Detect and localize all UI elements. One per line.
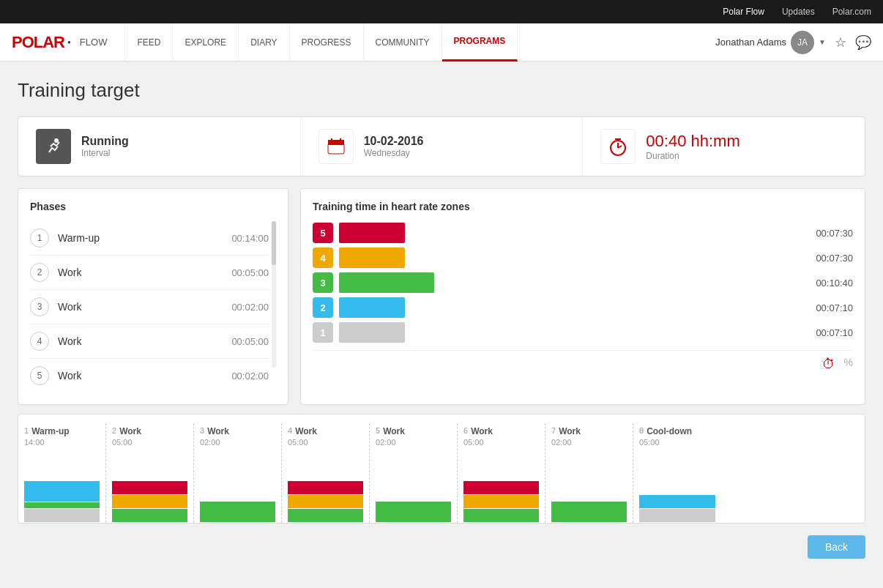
date-sub: Wednesday (364, 148, 424, 158)
seg-time: 02:00 (376, 438, 451, 447)
date-info: 10-02-2016 Wednesday (364, 135, 424, 158)
zone-block (639, 495, 715, 508)
hr-zone-row: 1 00:07:10 (313, 322, 853, 343)
svg-rect-6 (328, 140, 344, 145)
activity-icon (36, 129, 71, 164)
avatar: JA (791, 31, 814, 54)
phases-list-container: 1 Warm-up 00:14:00 2 Work 00:05:00 3 Wor… (30, 221, 276, 392)
seg-num: 1 (24, 426, 29, 436)
timer-icon (600, 129, 636, 164)
star-icon[interactable]: ☆ (835, 34, 846, 51)
seg-num: 8 (639, 426, 644, 436)
zone-time: 00:07:30 (802, 253, 853, 264)
phase-name: Work (58, 301, 223, 313)
zone-bar (339, 248, 405, 268)
timeline-segment: 2 Work 05:00 (106, 423, 194, 523)
nav-community[interactable]: COMMUNITY (364, 23, 442, 62)
zone-time: 00:10:40 (802, 278, 853, 289)
hr-zone-row: 3 00:10:40 (313, 272, 853, 293)
seg-name: Warm-up (31, 426, 70, 436)
zone-block (288, 495, 363, 508)
activity-sub: Interval (81, 148, 129, 158)
seg-num: 4 (288, 426, 292, 436)
zone-time: 00:07:30 (802, 228, 853, 239)
phase-number: 5 (30, 366, 49, 385)
timeline-segment: 5 Work 02:00 (370, 423, 458, 523)
seg-header: 2 Work (112, 426, 187, 436)
logo[interactable]: POLAR ● FLOW (12, 33, 107, 52)
nav-programs[interactable]: PROGRAMS (442, 23, 518, 62)
logo-separator: ● (67, 39, 71, 45)
zone-block (376, 502, 451, 522)
phase-number: 3 (30, 297, 49, 316)
info-card: Running Interval 10-02-2016 Wednesday (18, 116, 865, 176)
zone-bar (339, 272, 434, 293)
zone-bar-container (339, 297, 796, 318)
back-button[interactable]: Back (808, 535, 865, 559)
duration-section: 00:40 hh:mm Duration (583, 117, 865, 176)
polar-com-link[interactable]: Polar.com (832, 7, 871, 17)
zone-bar-container (339, 272, 796, 293)
zone-block (463, 509, 539, 522)
nav-feed[interactable]: FEED (124, 23, 173, 62)
seg-bars (463, 450, 539, 523)
timeline-segment: 6 Work 05:00 (458, 423, 545, 523)
svg-point-0 (54, 138, 59, 143)
zone-badge: 2 (313, 297, 333, 318)
nav-progress[interactable]: PROGRESS (290, 23, 364, 62)
phase-row: 2 Work 00:05:00 (30, 256, 269, 290)
duration-sub: Duration (646, 151, 739, 161)
seg-header: 8 Cool-down (639, 426, 715, 436)
zone-block (200, 502, 275, 522)
phase-time: 00:05:00 (231, 267, 269, 278)
seg-num: 2 (112, 426, 116, 436)
zone-badge: 4 (313, 248, 333, 268)
seg-bars (24, 450, 100, 523)
activity-name: Running (81, 135, 129, 148)
zone-bar (339, 223, 405, 243)
clock-toggle[interactable]: ⏱ (822, 357, 835, 372)
percent-toggle[interactable]: % (844, 357, 853, 372)
zone-bar-container (339, 223, 796, 243)
zone-bar (339, 322, 405, 343)
nav-diary[interactable]: DIARY (239, 23, 289, 62)
polar-flow-link[interactable]: Polar Flow (723, 7, 764, 17)
seg-name: Work (119, 426, 141, 436)
seg-name: Work (471, 426, 493, 436)
phase-row: 5 Work 00:02:00 (30, 359, 269, 392)
user-name: Jonathan Adams (715, 37, 786, 48)
seg-num: 5 (376, 426, 380, 436)
seg-header: 7 Work (551, 426, 627, 436)
content-row: Phases 1 Warm-up 00:14:00 2 Work 00:05:0… (18, 188, 865, 405)
phase-name: Work (58, 335, 223, 347)
seg-name: Cool-down (647, 426, 692, 436)
chevron-down-icon[interactable]: ▼ (819, 38, 826, 46)
date-section: 10-02-2016 Wednesday (301, 117, 584, 176)
zone-bar-container (339, 248, 796, 268)
phase-number: 4 (30, 332, 49, 351)
zone-block (112, 481, 187, 494)
hr-zone-row: 2 00:07:10 (313, 297, 853, 318)
flow-label: FLOW (80, 37, 108, 48)
seg-bars (200, 450, 275, 523)
zone-time: 00:07:10 (802, 302, 853, 313)
seg-num: 7 (551, 426, 556, 436)
phase-name: Work (58, 267, 223, 278)
seg-time: 05:00 (288, 438, 363, 447)
seg-name: Work (559, 426, 581, 436)
nav-right: Jonathan Adams JA ▼ ☆ 💬 (715, 31, 871, 54)
updates-link[interactable]: Updates (782, 7, 815, 17)
chat-icon[interactable]: 💬 (855, 34, 871, 51)
user-info: Jonathan Adams JA ▼ (715, 31, 826, 54)
seg-name: Work (383, 426, 405, 436)
seg-time: 05:00 (639, 438, 715, 447)
timeline-segment: 7 Work 02:00 (545, 423, 633, 523)
phase-time: 00:05:00 (231, 336, 269, 347)
seg-bars (112, 450, 187, 523)
seg-num: 6 (463, 426, 468, 436)
seg-time: 02:00 (200, 438, 275, 447)
zone-block (24, 502, 100, 508)
page-content: Training target Running Interval (0, 62, 883, 588)
nav-explore[interactable]: EXPLORE (173, 23, 239, 62)
seg-bars (639, 450, 715, 523)
